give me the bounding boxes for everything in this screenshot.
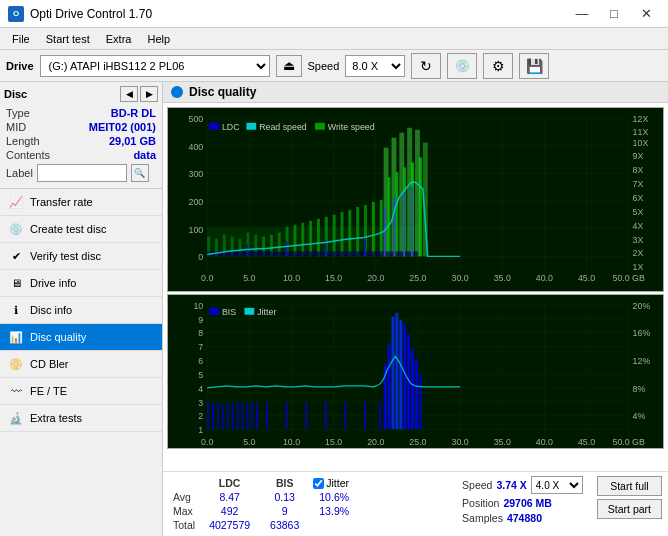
disc-prev-button[interactable]: ◀ bbox=[120, 86, 138, 102]
close-button[interactable]: ✕ bbox=[632, 4, 660, 24]
sidebar-item-verify-test-disc[interactable]: ✔ Verify test disc bbox=[0, 243, 162, 270]
svg-text:3: 3 bbox=[198, 398, 203, 408]
svg-text:12%: 12% bbox=[633, 356, 651, 366]
disc-mid-value: MEIT02 (001) bbox=[89, 121, 156, 133]
svg-rect-166 bbox=[391, 317, 394, 430]
jitter-checkbox-label[interactable]: Jitter bbox=[313, 477, 355, 489]
col-header-jitter: Jitter bbox=[326, 477, 349, 489]
stats-avg-label: Avg bbox=[169, 490, 199, 504]
disc-section: Disc ◀ ▶ Type BD-R DL MID MEIT02 (001) L… bbox=[0, 82, 162, 189]
app-title: Opti Drive Control 1.70 bbox=[30, 7, 152, 21]
sidebar-item-cd-bler-label: CD Bler bbox=[30, 358, 69, 370]
chart-top: 500 400 300 200 100 0 12X 11X 10X 9X 8X bbox=[167, 107, 664, 292]
minimize-button[interactable]: — bbox=[568, 4, 596, 24]
disc-header-label: Disc bbox=[4, 88, 27, 100]
stats-total-label: Total bbox=[169, 518, 199, 532]
svg-text:BIS: BIS bbox=[222, 307, 236, 317]
position-label: Position bbox=[462, 497, 499, 509]
svg-rect-83 bbox=[207, 251, 418, 256]
eject-button[interactable]: ⏏ bbox=[276, 55, 302, 77]
disc-next-button[interactable]: ▶ bbox=[140, 86, 158, 102]
disc-label-input[interactable] bbox=[37, 164, 127, 182]
svg-text:4X: 4X bbox=[633, 221, 644, 231]
sidebar-item-disc-quality-label: Disc quality bbox=[30, 331, 86, 343]
svg-text:2: 2 bbox=[198, 411, 203, 421]
svg-text:2X: 2X bbox=[633, 248, 644, 258]
svg-text:10: 10 bbox=[193, 301, 203, 311]
svg-text:12X: 12X bbox=[633, 114, 649, 124]
svg-text:50.0 GB: 50.0 GB bbox=[613, 273, 645, 283]
sidebar-item-extra-tests[interactable]: 🔬 Extra tests bbox=[0, 405, 162, 432]
disc-button[interactable]: 💿 bbox=[447, 53, 477, 79]
drive-bar: Drive (G:) ATAPI iHBS112 2 PL06 ⏏ Speed … bbox=[0, 50, 668, 82]
maximize-button[interactable]: □ bbox=[600, 4, 628, 24]
drive-select[interactable]: (G:) ATAPI iHBS112 2 PL06 bbox=[40, 55, 270, 77]
sidebar-item-create-test-disc[interactable]: 💿 Create test disc bbox=[0, 216, 162, 243]
svg-rect-94 bbox=[246, 123, 256, 130]
refresh-button[interactable]: ↻ bbox=[411, 53, 441, 79]
speed-value: 3.74 X bbox=[496, 479, 526, 491]
sidebar-item-verify-test-disc-label: Verify test disc bbox=[30, 250, 101, 262]
svg-text:25.0: 25.0 bbox=[409, 273, 426, 283]
content-header: Disc quality bbox=[163, 82, 668, 103]
svg-rect-163 bbox=[379, 402, 381, 430]
disc-type-row: Type BD-R DL bbox=[4, 106, 158, 120]
stats-total-ldc: 4027579 bbox=[199, 518, 260, 532]
svg-text:25.0: 25.0 bbox=[409, 437, 426, 447]
svg-rect-65 bbox=[341, 212, 344, 257]
menu-start-test[interactable]: Start test bbox=[38, 31, 98, 47]
window-controls: — □ ✕ bbox=[568, 4, 660, 24]
menu-file[interactable]: File bbox=[4, 31, 38, 47]
stats-table: LDC BIS Jitter Avg 8.47 0.13 10.6% bbox=[169, 476, 359, 532]
sidebar-item-drive-info[interactable]: 🖥 Drive info bbox=[0, 270, 162, 297]
svg-text:5.0: 5.0 bbox=[243, 437, 255, 447]
svg-rect-61 bbox=[309, 221, 312, 257]
disc-quality-icon: 📊 bbox=[8, 329, 24, 345]
svg-text:20.0: 20.0 bbox=[367, 273, 384, 283]
svg-text:11X: 11X bbox=[633, 127, 649, 137]
svg-text:35.0: 35.0 bbox=[494, 273, 511, 283]
svg-text:300: 300 bbox=[189, 169, 204, 179]
svg-text:3X: 3X bbox=[633, 234, 644, 244]
svg-rect-168 bbox=[399, 320, 402, 430]
svg-rect-155 bbox=[251, 402, 253, 430]
start-full-button[interactable]: Start full bbox=[597, 476, 662, 496]
title-bar: O Opti Drive Control 1.70 — □ ✕ bbox=[0, 0, 668, 28]
disc-length-label: Length bbox=[6, 135, 40, 147]
disc-type-label: Type bbox=[6, 107, 30, 119]
disc-header-icons: ◀ ▶ bbox=[120, 86, 158, 102]
sidebar-item-transfer-rate[interactable]: 📈 Transfer rate bbox=[0, 189, 162, 216]
drive-info-icon: 🖥 bbox=[8, 275, 24, 291]
start-part-button[interactable]: Start part bbox=[597, 499, 662, 519]
stats-max-jitter: 13.9% bbox=[309, 504, 359, 518]
disc-label-icon-button[interactable]: 🔍 bbox=[131, 164, 149, 182]
svg-text:10.0: 10.0 bbox=[283, 273, 300, 283]
position-row: Position 29706 MB bbox=[462, 497, 583, 509]
svg-rect-157 bbox=[266, 402, 268, 430]
menu-extra[interactable]: Extra bbox=[98, 31, 140, 47]
speed-select-stats[interactable]: 4.0 X bbox=[531, 476, 583, 494]
settings-button[interactable]: ⚙ bbox=[483, 53, 513, 79]
svg-text:5: 5 bbox=[198, 370, 203, 380]
sidebar-item-cd-bler[interactable]: 📀 CD Bler bbox=[0, 351, 162, 378]
sidebar-item-disc-quality[interactable]: 📊 Disc quality bbox=[0, 324, 162, 351]
speed-label: Speed bbox=[308, 60, 340, 72]
svg-text:9: 9 bbox=[198, 315, 203, 325]
sidebar-item-disc-info-label: Disc info bbox=[30, 304, 72, 316]
jitter-checkbox[interactable] bbox=[313, 478, 324, 489]
sidebar-item-disc-info[interactable]: ℹ Disc info bbox=[0, 297, 162, 324]
svg-rect-165 bbox=[388, 344, 391, 429]
svg-text:4: 4 bbox=[198, 384, 203, 394]
sidebar-item-fe-te[interactable]: 〰 FE / TE bbox=[0, 378, 162, 405]
disc-length-row: Length 29,01 GB bbox=[4, 134, 158, 148]
save-button[interactable]: 💾 bbox=[519, 53, 549, 79]
svg-text:20%: 20% bbox=[633, 301, 651, 311]
svg-rect-62 bbox=[317, 219, 320, 257]
svg-text:40.0: 40.0 bbox=[536, 437, 553, 447]
svg-text:0.0: 0.0 bbox=[201, 437, 213, 447]
menu-help[interactable]: Help bbox=[139, 31, 178, 47]
disc-contents-label: Contents bbox=[6, 149, 50, 161]
speed-select[interactable]: 8.0 X bbox=[345, 55, 405, 77]
svg-rect-154 bbox=[246, 404, 248, 430]
svg-text:40.0: 40.0 bbox=[536, 273, 553, 283]
